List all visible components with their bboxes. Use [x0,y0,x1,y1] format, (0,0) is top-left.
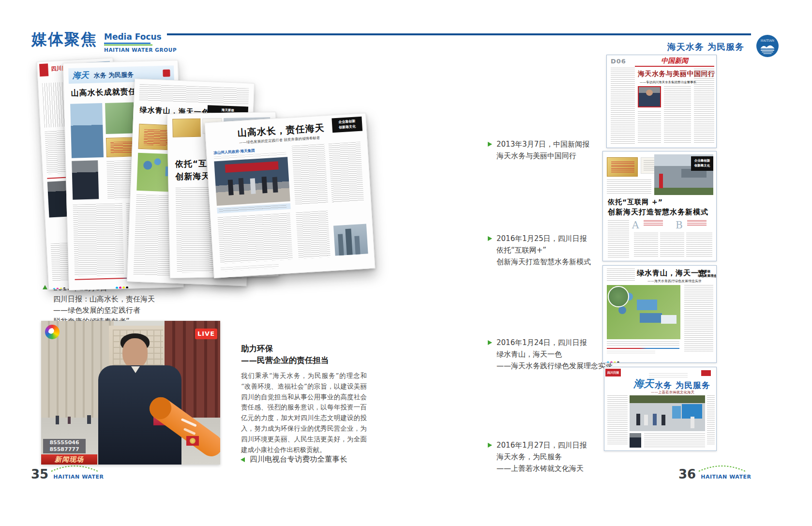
micro-text [607,269,635,282]
thumb-headline-line2: 创新海天打造智慧水务新模式 [608,208,708,217]
tagline: 海天要做 绿色发展理念的坚定实践者 [698,270,717,284]
phone-numbers: 85555046 85587777 [43,439,86,453]
article-title-line1: 助力环保 [241,343,367,355]
corner-line: 创新靠文化 [332,124,362,131]
micro-text [139,84,249,105]
cityscape-photo [333,224,368,255]
masthead-red-box [39,63,48,76]
article-body: 我们秉承“海天水务，为民服务”的理念和“改善环境、造福社会”的宗旨，以建设美丽四… [241,371,367,455]
brand-script: 海天 [72,70,89,81]
thumb-internet: 企业靠创新 创新靠文化 依托“互联网 +” 创新海天打造智慧水务新模式 A B [602,151,717,261]
sichuan-daily-masthead: 四川日报 [605,369,621,376]
corner-line: 创新靠文化 [691,163,713,168]
tv-caption: 四川电视台专访费功全董事长 [241,454,347,465]
bullet-item-4: 2016年1月27日，四川日报 海天水务，为民服务 ——上善若水铸就文化海天 [488,439,587,474]
article-title-line2: ——民营企业的责任担当 [241,355,367,366]
print-dots [53,283,67,290]
bullet-line: 创新海天打造智慧水务新模式 [496,256,591,268]
bullet-line: 海天水务与美丽中国同行 [496,150,589,162]
red-seal [163,69,170,76]
micro-text [638,111,661,144]
tagline-line: 绿色发展理念的坚定实践者 [698,274,717,278]
micro-text [707,395,715,445]
caption-text: 四川电视台专访费功全董事长 [250,454,347,465]
bullet-item-1: 2013年3月7日，中国新闻报 海天水务与美丽中国同行 [488,138,589,162]
bullet-item-2: 2016年1月25日，四川日报 依托“互联网+” 创新海天打造智慧水务新模式 [488,233,591,268]
tv-channel-logo-icon [45,325,60,339]
event-photo [630,395,705,431]
micro-text [686,233,712,258]
newspaper-fan: 四川日报 海天 水务 为民服务 山高水长成就责任海天 [39,56,377,288]
thumb-subtitle: ——上善若水铸就文化海天 [651,390,694,395]
page-number: 36 [678,468,696,481]
red-flag-box [701,370,711,376]
micro-text [607,341,679,346]
bullet-line: 2013年3月7日，中国新闻报 [496,138,589,150]
plaque-photo [172,119,201,137]
facility-photo [70,103,104,158]
stage-photo [214,157,290,206]
micro-text [634,233,658,258]
section-marker-b: B [676,219,683,231]
micro-text [608,220,629,258]
micro-text [607,395,628,445]
page-title: 媒体聚焦 [31,29,97,50]
page-code: D06 [611,58,626,65]
aerial-photo-small [105,102,137,134]
micro-text [660,233,684,258]
bullet-line: 海天水务，为民服务 [496,451,587,463]
aerial-photo [607,285,680,339]
caption-line: ——绿色发展的坚定践行者 [53,305,155,316]
brand-rest: 水务 为民服务 [93,70,134,80]
pedestrian [87,415,91,424]
footer-brand: HAITIAN WATER [701,474,751,480]
caption-arrow-icon [43,285,47,289]
page-number: 35 [31,468,48,481]
bullet-line: 依托“互联网+” [496,244,591,256]
micro-text-red [687,220,707,227]
portrait-photo [638,86,661,107]
caption-arrow-icon [241,457,245,462]
bullet-arrow-icon [488,340,492,345]
thumb-headline-line1: 依托“互联网 +” [608,198,663,207]
top-rule [167,33,751,35]
bullet-arrow-icon [488,142,492,147]
plaque-photo [607,157,638,177]
micro-text [221,264,279,271]
footer-right: 36 HAITIAN WATER [678,466,751,481]
thumb-headline: 绿水青山，海天一色 [637,269,707,278]
portrait-photo [630,433,641,448]
footer-arc-icon [50,465,99,472]
thumb-subtitle: ——专访四川海天水务集团费功全董事长 [640,80,696,85]
brand-script: 海天 [633,377,654,391]
haitian-logo-icon: HAITIAN [756,35,779,57]
corner-box: 企业靠创新 创新靠文化 [691,156,713,171]
bullet-line: 2016年1月27日，四川日报 [496,439,587,451]
header-subtitle: HAITIAN WATER GROUP [104,47,177,53]
china-news-masthead: 中国新闻 [661,57,688,65]
micro-text [664,86,691,143]
corner-line: 企业靠创新 [691,158,713,163]
micro-text [607,351,655,355]
pedestrian [68,417,71,424]
bullet-line: ——海天水务践行绿色发展理念实录 [496,360,613,372]
footer-brand: HAITIAN WATER [53,474,104,480]
divider [607,348,679,349]
footer-arc-icon [698,465,746,472]
fan-card-front: 山高水长，责任海天 ——绿色发展的坚定践行者 脱贫奔康的倾情奉献者 企业靠创新 … [204,113,375,278]
news-program-banner: 新闻现场 [41,454,97,465]
micro-text [684,285,713,353]
micro-text [644,433,705,448]
brand-slogan: 海天水务 为民服务 [653,41,744,53]
print-dots [607,357,620,363]
micro-text [649,373,688,378]
micro-text [292,144,328,205]
phone-line2: 85587777 [43,446,86,453]
thumb-green: 绿水青山，海天一色 ——海天水务践行绿色发展理念实录 海天要做 绿色发展理念的坚… [602,265,717,363]
live-badge: LIVE [195,329,217,339]
caption-line: 四川日报：山高水长，责任海天 [53,294,155,305]
thumb-china-news: D06 中国新闻 海天水务与美丽中国同行 ——专访四川海天水务集团费功全董事长 [606,55,717,148]
article-block: 助力环保 ——民营企业的责任担当 我们秉承“海天水务，为民服务”的理念和“改善环… [241,343,367,455]
interviewee-face [122,338,148,368]
emblem-sign [186,436,199,446]
